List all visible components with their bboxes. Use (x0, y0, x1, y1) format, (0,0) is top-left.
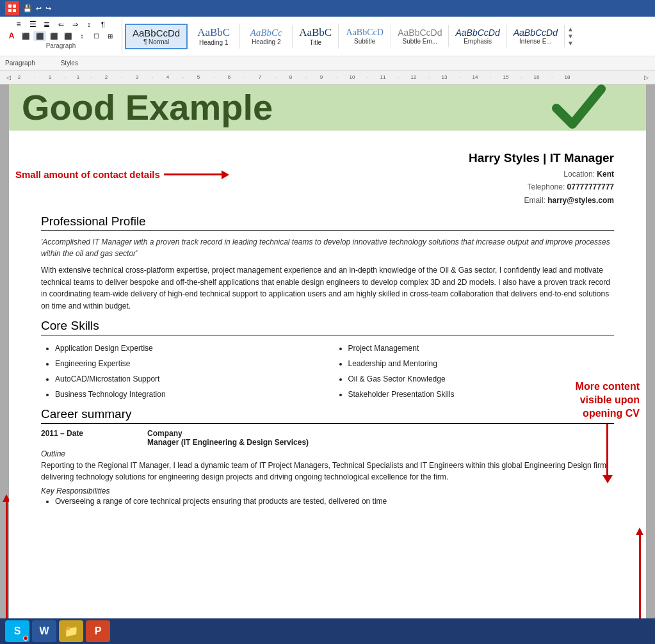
undo-button[interactable]: ↩ (36, 4, 42, 13)
style-subtle-em[interactable]: AaBbCcDd Subtle Em... (391, 25, 449, 47)
career-date: 2011 – Date (41, 429, 143, 447)
skills-col1: Application Design Expertise Engineering… (41, 341, 321, 402)
skills-divider (41, 335, 614, 335)
decrease-indent-button[interactable]: ⇐ (54, 19, 67, 29)
increase-indent-button[interactable]: ⇒ (69, 19, 81, 29)
profile-section: Professional Profile 'Accomplished IT Ma… (41, 214, 614, 312)
location-label: Location: (563, 170, 595, 179)
sort-button[interactable]: ↕ (83, 19, 95, 29)
profile-body: With extensive technical cross-platform … (41, 264, 614, 312)
skill-item: Project Management (348, 341, 615, 356)
style-emphasis-label: Emphasis (464, 38, 492, 45)
styles-scroll-up[interactable]: ▲ ▼ ▼ (565, 26, 576, 47)
ribbon-paragraph-group: ≡ ☰ ≣ ⇐ ⇒ ↕ ¶ A ⬛ ⬛ ⬛ ⬛ ↕ ☐ ⊞ (3, 18, 122, 54)
contact-annotation: Small amount of contact details (15, 169, 229, 180)
right-margin (646, 85, 655, 618)
left-margin (0, 85, 9, 618)
line-spacing-button[interactable]: ↕ (76, 31, 88, 41)
style-heading2[interactable]: AaBbCc Heading 2 (240, 25, 293, 48)
taskbar-folder[interactable]: 📁 (59, 620, 83, 642)
style-heading1-label: Heading 1 (199, 39, 229, 46)
office-logo[interactable] (5, 1, 19, 15)
skills-section: Core Skills More contentvisible uponopen… (41, 319, 614, 402)
taskbar-word[interactable]: W (32, 620, 56, 642)
align-left-button[interactable]: ⬛ (19, 31, 32, 41)
style-title[interactable]: AaBbC Title (293, 24, 339, 49)
font-color-button[interactable]: A (5, 31, 18, 41)
align-right-button[interactable]: ⬛ (47, 31, 60, 41)
style-normal-preview: AaBbCcDd (133, 28, 180, 38)
style-heading1-preview: AaBbC (197, 26, 230, 39)
multilevel-list-button[interactable]: ≣ (40, 19, 53, 29)
career-entry: 2011 – Date Company Manager (IT Engineer… (41, 429, 614, 447)
career-responsibilities-label: Key Responsibilities (41, 487, 614, 495)
contact-arrow (164, 170, 229, 179)
bullets-button[interactable]: ≡ (12, 19, 25, 29)
telephone-label: Telephone: (528, 182, 565, 191)
taskbar-powerpoint[interactable]: P (86, 620, 110, 642)
good-example-banner: Good Example (9, 85, 646, 131)
shading-button[interactable]: ☐ (90, 31, 102, 41)
redo-button[interactable]: ↪ (45, 4, 51, 13)
style-normal[interactable]: AaBbCcDd ¶ Normal (125, 24, 188, 49)
style-title-label: Title (309, 39, 321, 46)
svg-rect-2 (8, 9, 12, 12)
ribbon-bottom-labels: Paragraph Styles (0, 56, 655, 70)
style-subtitle[interactable]: AaBbCcD Subtitle (339, 25, 391, 47)
numbered-list-button[interactable]: ☰ (26, 19, 39, 29)
career-divider (41, 423, 614, 424)
justify-button[interactable]: ⬛ (61, 31, 74, 41)
more-content-arrow (576, 424, 640, 483)
doc-email: Email: harry@styles.com (41, 194, 614, 207)
save-button[interactable]: 💾 (23, 4, 32, 13)
style-intense[interactable]: AaBbCcDd Intense E... (507, 25, 565, 47)
career-outline-text: Reporting to the Regional IT Manager, I … (41, 460, 614, 483)
style-emphasis-preview: AaBbCcDd (455, 28, 499, 38)
style-subtitle-preview: AaBbCcD (346, 28, 384, 38)
styles-label-bottom[interactable]: Styles (61, 60, 78, 67)
more-content-text: More contentvisible uponopening CV (576, 380, 640, 420)
skill-item: Leadership and Mentoring (348, 356, 615, 371)
doc-telephone: Telephone: 07777777777 (41, 181, 614, 193)
show-formatting-button[interactable]: ¶ (97, 19, 109, 29)
style-heading1[interactable]: AaBbC Heading 1 (188, 24, 240, 49)
svg-rect-0 (8, 4, 12, 8)
contact-annotation-text: Small amount of contact details (15, 169, 160, 180)
style-subtle-em-label: Subtle Em... (403, 38, 437, 45)
align-center-button[interactable]: ⬛ (33, 31, 46, 41)
profile-quote: 'Accomplished IT Manager with a proven t… (41, 236, 614, 259)
paragraph-label: Paragraph (46, 42, 76, 49)
profile-title: Professional Profile (41, 214, 614, 229)
doc-name: Harry Styles | IT Manager (41, 151, 614, 165)
document-page: Small amount of contact details Harry St… (9, 131, 646, 618)
skills-grid: Application Design Expertise Engineering… (41, 341, 614, 402)
style-intense-preview: AaBbCcDd (513, 28, 558, 38)
skill-item: Engineering Expertise (55, 356, 321, 371)
style-normal-label: ¶ Normal (143, 38, 169, 45)
style-emphasis[interactable]: AaBbCcDd Emphasis (449, 25, 506, 47)
good-example-text: Good Example (22, 90, 273, 125)
ribbon: 💾 ↩ ↪ ≡ ☰ ≣ ⇐ ⇒ ↕ ¶ A ⬛ (0, 0, 655, 70)
document-area: Good Example Small amount of contact det… (9, 85, 646, 618)
paragraph-label-bottom[interactable]: Paragraph (5, 60, 35, 67)
borders-button[interactable]: ⊞ (104, 31, 117, 41)
email-val: harry@styles.com (547, 196, 614, 205)
skill-item: Business Technology Integration (55, 387, 321, 402)
style-heading2-preview: AaBbCc (250, 28, 282, 38)
telephone-val: 07777777777 (567, 182, 614, 191)
skills-title: Core Skills (41, 319, 614, 333)
responsibility-item: Overseeing a range of core technical pro… (55, 497, 614, 506)
style-subtitle-label: Subtitle (354, 38, 375, 45)
ribbon-top-bar: 💾 ↩ ↪ (0, 0, 655, 17)
career-section: Career summary 2011 – Date Company Manag… (41, 407, 614, 506)
skill-item: AutoCAD/Microstation Support (55, 371, 321, 387)
style-subtle-em-preview: AaBbCcDd (398, 28, 442, 38)
career-detail: Company Manager (IT Engineering & Design… (147, 429, 614, 447)
career-responsibilities-list: Overseeing a range of core technical pro… (41, 497, 614, 506)
right-margin-arrow (636, 527, 643, 618)
styles-gallery: AaBbCcDd ¶ Normal AaBbC Heading 1 AaBbCc… (125, 18, 652, 54)
taskbar-skype[interactable]: S (5, 620, 29, 642)
taskbar: S W 📁 P (0, 618, 655, 644)
ruler: ◁ 2 · 1 · 1 · 2 · 3 · 4 · 5 · 6 · 7 · 8 (0, 70, 655, 85)
skill-item: Stakeholder Presentation Skills (348, 387, 615, 402)
